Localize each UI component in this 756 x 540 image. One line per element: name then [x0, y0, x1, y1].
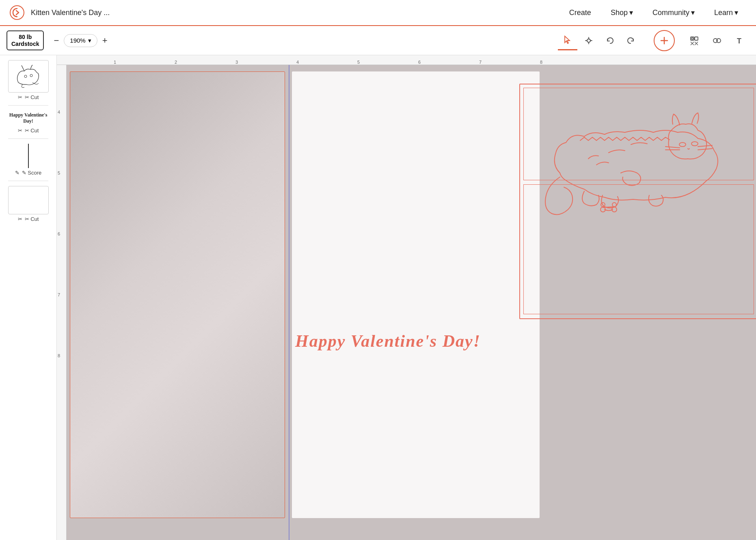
drawing-tools: [558, 31, 641, 50]
svg-line-17: [698, 149, 712, 150]
layer-4-thumbnail[interactable]: [8, 186, 49, 214]
svg-point-11: [30, 74, 32, 77]
zoom-display[interactable]: 190% ▾: [64, 34, 97, 47]
select-tool-button[interactable]: [558, 31, 577, 50]
score-line-visual: [28, 144, 29, 168]
redo-button[interactable]: [621, 31, 641, 50]
group-tool-button[interactable]: [707, 31, 727, 50]
top-navigation: Kitten Valentine's Day ... Create Shop ▾…: [0, 0, 756, 26]
nav-links: Create Shop ▾ Community ▾ Learn ▾: [561, 5, 746, 20]
layer-divider: [8, 105, 48, 106]
valentine-text: Happy Valentine's Day!: [295, 331, 481, 351]
zoom-out-button[interactable]: −: [50, 34, 62, 48]
undo-button[interactable]: [600, 31, 620, 50]
nav-create[interactable]: Create: [561, 5, 599, 20]
layer-4-label: ✂ ✂ Cut: [18, 216, 39, 222]
nav-shop[interactable]: Shop ▾: [603, 5, 641, 20]
ruler-left: 4 5 6 7 8: [57, 65, 67, 540]
layer-divider: [8, 181, 48, 181]
nav-community[interactable]: Community ▾: [644, 5, 703, 20]
list-item: ✎ ✎ Score: [3, 144, 53, 176]
chevron-down-icon: ▾: [691, 8, 695, 17]
svg-point-21: [612, 203, 616, 207]
layer-2-text[interactable]: Happy Valentine's Day!: [3, 110, 53, 126]
design-canvas: Happy Valentine's Day!: [67, 65, 756, 540]
layer-divider: [8, 138, 48, 139]
zoom-controls: − 190% ▾ +: [50, 34, 110, 48]
list-item: Happy Valentine's Day! ✂ ✂ Cut: [3, 110, 53, 134]
magic-tool-button[interactable]: [685, 31, 704, 50]
material-selector[interactable]: 80 lb Cardstock: [6, 30, 44, 51]
svg-point-0: [10, 6, 24, 19]
cricut-logo[interactable]: [10, 5, 24, 20]
svg-point-12: [679, 143, 686, 147]
svg-point-6: [691, 38, 693, 39]
layers-panel: ✂ ✂ Cut Happy Valentine's Day! ✂ ✂ Cut ✎…: [0, 55, 57, 540]
cat-design: [519, 84, 756, 429]
page-divider-line: [289, 65, 289, 540]
pan-tool-button[interactable]: [579, 31, 598, 50]
add-element-button[interactable]: [654, 30, 675, 51]
ruler-top: 1 2 3 4 5 6 7 8: [57, 55, 756, 65]
chevron-down-icon: ▾: [88, 37, 91, 44]
layer-1-thumbnail[interactable]: [8, 60, 49, 93]
cat-illustration: [527, 92, 751, 311]
svg-point-10: [24, 75, 27, 78]
toolbar: 80 lb Cardstock − 190% ▾ +: [0, 26, 756, 55]
list-item: ✂ ✂ Cut: [3, 186, 53, 222]
text-tool-button[interactable]: T: [730, 31, 750, 50]
right-mat: Happy Valentine's Day!: [292, 71, 540, 518]
layer-2-label: ✂ ✂ Cut: [18, 127, 39, 134]
left-mat: [70, 71, 285, 518]
canvas-area[interactable]: 1 2 3 4 5 6 7 8 4 5 6 7 8: [57, 55, 756, 540]
svg-rect-4: [691, 37, 694, 40]
svg-line-14: [665, 147, 680, 148]
svg-rect-5: [695, 37, 698, 40]
layer-3-label: ✎ ✎ Score: [15, 170, 42, 176]
zoom-in-button[interactable]: +: [99, 34, 111, 48]
nav-learn[interactable]: Learn ▾: [706, 5, 746, 20]
list-item: ✂ ✂ Cut: [3, 60, 53, 100]
svg-text:T: T: [737, 37, 741, 45]
chevron-down-icon: ▾: [629, 8, 633, 17]
right-tools: T: [685, 31, 750, 50]
svg-point-13: [691, 142, 698, 146]
chevron-down-icon: ▾: [734, 8, 738, 17]
app-title: Kitten Valentine's Day ...: [31, 9, 555, 17]
layer-1-label: ✂ ✂ Cut: [18, 94, 39, 100]
svg-line-16: [698, 145, 712, 147]
main-area: ✂ ✂ Cut Happy Valentine's Day! ✂ ✂ Cut ✎…: [0, 55, 756, 540]
